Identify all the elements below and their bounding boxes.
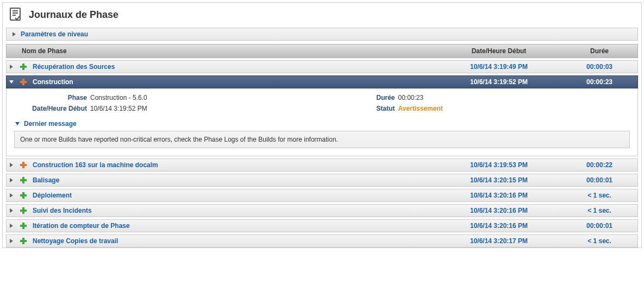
chevron-right-icon[interactable] — [8, 223, 15, 229]
svg-marker-10 — [10, 193, 13, 198]
phase-row[interactable]: Déploiement10/6/14 3:20:16 PM< 1 sec. — [6, 189, 638, 202]
phase-date: 10/6/14 3:20:17 PM — [436, 237, 561, 245]
phase-name-link[interactable]: Balisage — [33, 176, 59, 184]
plus-icon — [20, 63, 27, 71]
chevron-right-icon[interactable] — [8, 177, 15, 183]
last-message-label: Dernier message — [24, 120, 77, 128]
svg-marker-5 — [10, 65, 13, 69]
svg-marker-6 — [9, 80, 14, 84]
detail-value-start: 10/6/14 3:19:52 PM — [90, 105, 147, 112]
phase-row[interactable]: Construction10/6/14 3:19:52 PM00:00:23 — [6, 75, 638, 88]
phase-duration: < 1 sec. — [561, 237, 637, 245]
plus-icon — [20, 237, 27, 245]
panel-header: Journaux de Phase — [3, 3, 641, 28]
detail-label-status: Statut — [322, 105, 398, 112]
phase-date: 10/6/14 3:19:52 PM — [436, 78, 561, 86]
col-header-date: Date/Heure Début — [436, 47, 561, 55]
phase-row[interactable]: Nettoyage Copies de travail10/6/14 3:20:… — [6, 234, 638, 247]
last-message-box: One or more Builds have reported non-cri… — [14, 131, 630, 148]
svg-marker-9 — [10, 178, 13, 182]
page-title: Journaux de Phase — [29, 9, 118, 21]
detail-label-duration: Durée — [322, 94, 398, 101]
phase-name-link[interactable]: Déploiement — [33, 192, 72, 199]
table-header-row: Nom de Phase Date/Heure Début Durée — [6, 44, 638, 58]
phase-detail-panel: PhaseConstruction - 5.6.0Date/Heure Débu… — [6, 88, 638, 156]
phase-date: 10/6/14 3:20:15 PM — [436, 176, 561, 184]
phase-name-link[interactable]: Itération de compteur de Phase — [33, 222, 130, 230]
phase-date: 10/6/14 3:20:16 PM — [436, 192, 561, 199]
col-header-name: Nom de Phase — [20, 47, 436, 55]
svg-marker-8 — [10, 163, 13, 167]
level-settings-link[interactable]: Paramètres de niveau — [21, 30, 88, 38]
phase-name-link[interactable]: Suivi des Incidents — [33, 207, 92, 214]
phase-date: 10/6/14 3:19:53 PM — [436, 161, 561, 169]
chevron-right-icon[interactable] — [8, 162, 15, 168]
detail-value-duration: 00:00:23 — [398, 94, 424, 101]
col-header-duration: Durée — [561, 47, 637, 55]
phase-row[interactable]: Suivi des Incidents10/6/14 3:20:16 PM< 1… — [6, 204, 638, 217]
phase-logs-panel: Journaux de Phase Paramètres de niveau N… — [2, 2, 642, 248]
phase-duration: 00:00:23 — [561, 78, 637, 86]
phase-name-link[interactable]: Nettoyage Copies de travail — [33, 237, 118, 245]
phase-row[interactable]: Récupération des Sources10/6/14 3:19:49 … — [6, 60, 638, 73]
phase-date: 10/6/14 3:20:16 PM — [436, 222, 561, 230]
svg-marker-4 — [12, 32, 16, 36]
detail-value-status: Avertissement — [398, 105, 443, 112]
chevron-right-icon[interactable] — [8, 192, 15, 199]
phase-duration: < 1 sec. — [561, 192, 637, 199]
phase-name-link[interactable]: Construction 163 sur la machine docalm — [33, 161, 158, 169]
phase-name-link[interactable]: Récupération des Sources — [33, 63, 115, 71]
phase-duration: 00:00:03 — [561, 63, 637, 71]
detail-label-start: Date/Heure Début — [14, 105, 90, 112]
plus-icon — [20, 192, 27, 199]
plus-icon — [20, 207, 27, 214]
svg-marker-7 — [15, 122, 20, 125]
chevron-down-icon[interactable] — [14, 120, 21, 127]
chevron-right-icon[interactable] — [8, 64, 15, 70]
level-settings-bar[interactable]: Paramètres de niveau — [6, 28, 638, 41]
phase-duration: 00:00:22 — [561, 161, 637, 169]
svg-marker-12 — [10, 224, 13, 228]
phase-duration: < 1 sec. — [561, 207, 637, 214]
phase-date: 10/6/14 3:19:49 PM — [436, 63, 561, 71]
phase-row[interactable]: Itération de compteur de Phase10/6/14 3:… — [6, 219, 638, 232]
phase-row[interactable]: Balisage10/6/14 3:20:15 PM00:00:01 — [6, 174, 638, 187]
detail-label-phase: Phase — [14, 94, 90, 101]
chevron-right-icon[interactable] — [11, 31, 17, 37]
plus-icon — [20, 78, 27, 86]
chevron-down-icon[interactable] — [8, 79, 15, 85]
chevron-right-icon[interactable] — [8, 207, 15, 214]
plus-icon — [20, 222, 27, 230]
chevron-right-icon[interactable] — [8, 238, 15, 244]
svg-marker-13 — [10, 239, 13, 243]
last-message-toggle[interactable]: Dernier message — [14, 120, 630, 128]
plus-icon — [20, 161, 27, 169]
phase-name: Construction — [33, 78, 73, 86]
detail-value-phase: Construction - 5.6.0 — [90, 94, 147, 101]
phase-date: 10/6/14 3:20:16 PM — [436, 207, 561, 214]
phase-duration: 00:00:01 — [561, 176, 637, 184]
phase-row[interactable]: Construction 163 sur la machine docalm10… — [6, 158, 638, 172]
phase-duration: 00:00:01 — [561, 222, 637, 230]
svg-marker-11 — [10, 208, 13, 213]
document-check-icon — [8, 7, 23, 22]
plus-icon — [20, 176, 27, 184]
